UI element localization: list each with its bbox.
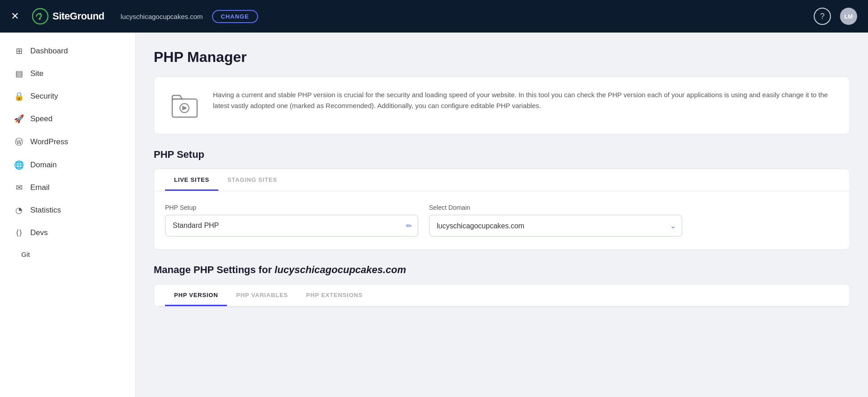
- sidebar-label-wordpress: WordPress: [30, 137, 68, 147]
- info-card: Having a current and stable PHP version …: [154, 76, 850, 134]
- setup-card: LIVE SITES STAGING SITES PHP Setup ✏ Sel…: [154, 169, 850, 250]
- sidebar-label-domain: Domain: [30, 161, 57, 170]
- domain-icon: 🌐: [14, 160, 24, 170]
- sidebar-item-security[interactable]: 🔒 Security: [0, 85, 135, 108]
- sidebar-label-devs: Devs: [30, 228, 48, 237]
- sidebar-label-dashboard: Dashboard: [30, 47, 68, 56]
- sidebar-item-wordpress[interactable]: Ⓦ WordPress: [0, 130, 135, 154]
- select-domain-field: Select Domain lucyschicagocupcakes.com ⌄: [429, 204, 682, 236]
- php-setup-title: PHP Setup: [154, 149, 850, 161]
- svg-point-4: [183, 107, 186, 109]
- page-title: PHP Manager: [154, 49, 850, 66]
- php-setup-field: PHP Setup ✏: [165, 204, 418, 236]
- topbar: ✕ SiteGround lucyschicagocupcakes.com CH…: [0, 0, 868, 33]
- statistics-icon: ◔: [14, 205, 24, 215]
- svg-point-0: [33, 9, 48, 24]
- logo-text: SiteGround: [52, 10, 104, 22]
- email-icon: ✉: [14, 183, 24, 193]
- sidebar-item-statistics[interactable]: ◔ Statistics: [0, 199, 135, 222]
- php-setup-input-wrap: ✏: [165, 215, 418, 236]
- tab-php-variables[interactable]: PHP VARIABLES: [227, 284, 297, 306]
- sidebar-label-speed: Speed: [30, 114, 52, 123]
- setup-body: PHP Setup ✏ Select Domain lucyschicagocu…: [154, 191, 849, 249]
- sidebar-label-statistics: Statistics: [30, 206, 61, 215]
- php-folder-icon: [169, 90, 200, 121]
- setup-tabs: LIVE SITES STAGING SITES: [154, 169, 849, 191]
- dashboard-icon: ⊞: [14, 46, 24, 56]
- sidebar-item-git[interactable]: Git: [0, 244, 135, 265]
- content-area: PHP Manager Having a current and stable …: [136, 33, 868, 397]
- sidebar-item-email[interactable]: ✉ Email: [0, 176, 135, 199]
- site-icon: ▤: [14, 69, 24, 79]
- main-layout: ⊞ Dashboard ▤ Site 🔒 Security 🚀 Speed Ⓦ …: [0, 33, 868, 397]
- logo-icon: [32, 8, 49, 25]
- topbar-domain: lucyschicagocupcakes.com: [121, 13, 203, 20]
- tab-staging-sites[interactable]: STAGING SITES: [218, 169, 286, 191]
- tab-live-sites[interactable]: LIVE SITES: [165, 169, 218, 191]
- security-icon: 🔒: [14, 91, 24, 101]
- sidebar-label-git: Git: [21, 250, 30, 258]
- help-button[interactable]: ?: [814, 8, 831, 25]
- php-setup-input[interactable]: [165, 215, 418, 236]
- wordpress-icon: Ⓦ: [14, 137, 24, 147]
- info-card-text: Having a current and stable PHP version …: [213, 90, 835, 111]
- sidebar-item-speed[interactable]: 🚀 Speed: [0, 108, 135, 130]
- avatar[interactable]: LM: [840, 8, 857, 25]
- sidebar-item-devs[interactable]: ⟨⟩ Devs: [0, 222, 135, 244]
- tab-php-version[interactable]: PHP VERSION: [165, 284, 227, 306]
- sidebar-label-email: Email: [30, 183, 50, 192]
- select-domain-label: Select Domain: [429, 204, 682, 211]
- sidebar-item-site[interactable]: ▤ Site: [0, 62, 135, 85]
- change-button[interactable]: CHANGE: [212, 10, 258, 23]
- edit-icon[interactable]: ✏: [406, 222, 412, 230]
- svg-point-1: [39, 13, 42, 15]
- devs-icon: ⟨⟩: [14, 228, 24, 238]
- manage-card: PHP VERSION PHP VARIABLES PHP EXTENSIONS: [154, 284, 850, 307]
- speed-icon: 🚀: [14, 114, 24, 124]
- manage-tabs: PHP VERSION PHP VARIABLES PHP EXTENSIONS: [154, 284, 849, 307]
- sidebar-item-domain[interactable]: 🌐 Domain: [0, 154, 135, 176]
- sidebar: ⊞ Dashboard ▤ Site 🔒 Security 🚀 Speed Ⓦ …: [0, 33, 136, 397]
- select-domain-dropdown[interactable]: lucyschicagocupcakes.com: [429, 215, 682, 236]
- logo: SiteGround: [32, 8, 104, 25]
- manage-php-title: Manage PHP Settings for lucyschicagocupc…: [154, 264, 850, 276]
- tab-php-extensions[interactable]: PHP EXTENSIONS: [297, 284, 372, 306]
- sidebar-label-site: Site: [30, 69, 43, 78]
- sidebar-label-security: Security: [30, 92, 58, 101]
- select-domain-wrap: lucyschicagocupcakes.com ⌄: [429, 215, 682, 236]
- sidebar-item-dashboard[interactable]: ⊞ Dashboard: [0, 40, 135, 62]
- close-button[interactable]: ✕: [11, 10, 19, 22]
- php-setup-label: PHP Setup: [165, 204, 418, 211]
